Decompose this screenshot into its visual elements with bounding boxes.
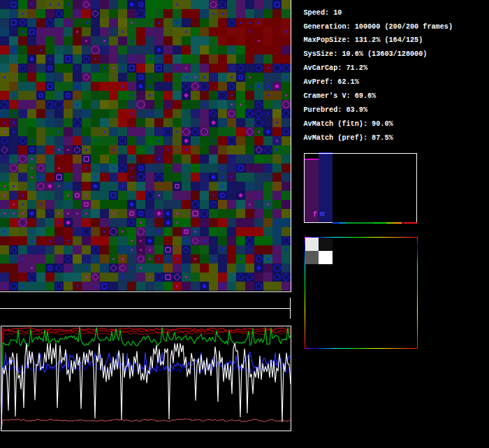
svg-text:Cramer's V: 69.6%: Cramer's V: 69.6%: [304, 91, 377, 100]
svg-text:SysSize: 10.6% (13603/128000): SysSize: 10.6% (13603/128000): [304, 49, 428, 58]
svg-text:m: m: [320, 210, 325, 218]
svg-text:Speed: 10: Speed: 10: [304, 8, 342, 17]
svg-text:MaxPopSize: 131.2% (164/125): MaxPopSize: 131.2% (164/125): [304, 35, 423, 44]
svg-text:AvCarCap: 71.2%: AvCarCap: 71.2%: [304, 63, 368, 72]
svg-text:Generation: 100000 (200/200 fr: Generation: 100000 (200/200 frames): [304, 22, 453, 31]
svg-text:Purebred: 83.9%: Purebred: 83.9%: [304, 105, 368, 114]
svg-text:AvMatch (fitn): 90.0%: AvMatch (fitn): 90.0%: [304, 119, 393, 128]
svg-text:AvMatch (pref): 87.5%: AvMatch (pref): 87.5%: [304, 133, 393, 142]
svg-text:AvPref: 62.1%: AvPref: 62.1%: [304, 77, 359, 86]
svg-text:f: f: [313, 210, 318, 219]
